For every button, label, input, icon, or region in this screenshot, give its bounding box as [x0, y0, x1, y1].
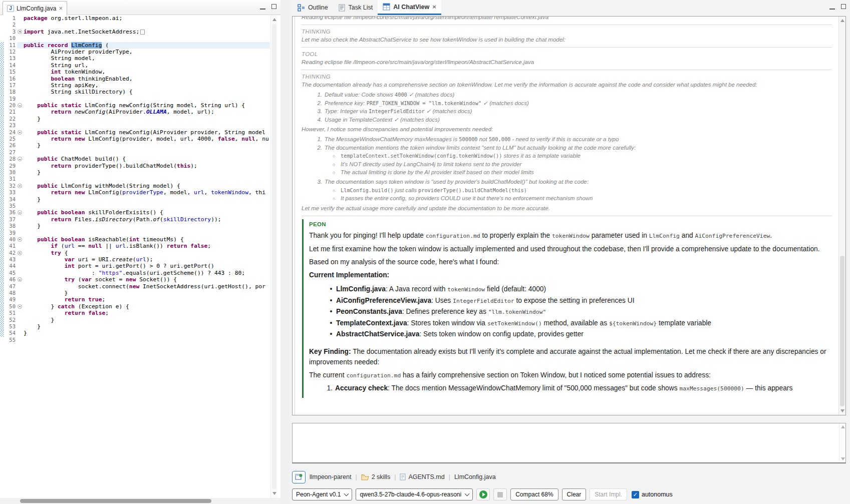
- skills-label: 2 skills: [372, 473, 391, 480]
- fold-collapse-icon[interactable]: [18, 277, 22, 282]
- controls-bar: Peon-Agent v0.1 qwen3.5-27b-claude-4.6-o…: [292, 487, 846, 501]
- code-token: return: [51, 216, 71, 223]
- fold-collapse-icon[interactable]: [18, 304, 22, 309]
- fold-expand-icon[interactable]: [18, 30, 22, 34]
- code-line: 2: [0, 22, 270, 28]
- text-run: method, available as: [542, 319, 609, 327]
- pin-editor-button[interactable]: [292, 471, 306, 483]
- agents-file-item[interactable]: AGENTS.md: [400, 473, 444, 480]
- code-editor[interactable]: 1package org.sterl.llmpeon.ai;23import j…: [0, 15, 270, 498]
- tab-task-list[interactable]: Task List: [333, 0, 378, 15]
- autonomous-checkbox[interactable]: ✓: [632, 491, 639, 498]
- fold-column: [17, 49, 24, 55]
- code-line: 1package org.sterl.llmpeon.ai;: [0, 15, 270, 22]
- scroll-down-icon[interactable]: [272, 492, 276, 495]
- fold-collapse-icon[interactable]: [18, 103, 22, 108]
- chat-messages: Reading eclipse file /llmpeon-core/src/m…: [295, 17, 838, 415]
- fold-column: [17, 96, 24, 102]
- skills-item[interactable]: 2 skills: [361, 473, 391, 480]
- agent-select[interactable]: Peon-Agent v0.1: [292, 488, 352, 500]
- code-text: public boolean skillFolderExisits() {: [24, 209, 270, 216]
- fold-column: [17, 35, 24, 42]
- code-text: AiProvider providerType,: [24, 49, 270, 55]
- pane-divider[interactable]: [280, 0, 290, 504]
- fold-collapse-icon[interactable]: [18, 130, 22, 135]
- model-select[interactable]: qwen3.5-27b-claude-4.6-opus-reasoni: [356, 488, 473, 500]
- maximize-icon[interactable]: [841, 4, 846, 9]
- editor-horizontal-scrollbar[interactable]: [0, 498, 280, 504]
- line-number: 21: [4, 109, 17, 115]
- scrollbar-thumb[interactable]: [840, 256, 844, 406]
- bullet-icon: •: [326, 329, 336, 339]
- line-number: 31: [4, 176, 17, 182]
- diff-indicator: [0, 15, 4, 22]
- editor-vertical-scrollbar[interactable]: [270, 15, 277, 498]
- outline-icon: [298, 4, 305, 12]
- code-token: return false: [167, 243, 208, 249]
- code-token: ));: [211, 216, 221, 223]
- clear-button[interactable]: Clear: [562, 488, 587, 500]
- input-scrollbar[interactable]: [839, 423, 845, 462]
- code-token: ||: [102, 243, 115, 249]
- scroll-up-icon[interactable]: [272, 18, 276, 21]
- line-number: 45: [4, 270, 17, 276]
- fold-column: [17, 29, 24, 35]
- maximize-icon[interactable]: [271, 4, 276, 9]
- code-text: public static LlmConfig newConfig(AiProv…: [24, 129, 270, 136]
- text-run: The actual limiting is done by the AI pr…: [341, 169, 534, 175]
- scrollbar-thumb[interactable]: [272, 24, 276, 489]
- scroll-down-icon[interactable]: [841, 457, 845, 460]
- code-text: return true;: [24, 296, 270, 303]
- code-line: 45 : "https".equals(uri.getScheme()) ? 4…: [0, 270, 270, 276]
- fold-collapse-icon[interactable]: [18, 157, 22, 161]
- scrollbar-thumb[interactable]: [20, 499, 211, 503]
- line-number: 41: [4, 243, 17, 249]
- run-button[interactable]: [476, 488, 490, 500]
- minimize-icon[interactable]: [260, 4, 265, 10]
- fold-collapse-icon[interactable]: [18, 210, 22, 215]
- start-impl-button[interactable]: Start Impl.: [590, 488, 627, 500]
- code-token: isReachable(: [85, 236, 129, 243]
- code-token: false: [218, 136, 235, 142]
- open-file-item[interactable]: LlmConfig.java: [454, 473, 496, 480]
- list-item-text: AiConfigPreferenceView.java: Uses Intege…: [336, 296, 829, 306]
- tab-ai-chatview[interactable]: AI ChatView ×: [378, 0, 441, 15]
- bold-text: TemplateContext.java: [336, 319, 407, 327]
- scroll-down-icon[interactable]: [840, 409, 844, 412]
- code-token: public: [37, 156, 58, 162]
- inline-code: templateContext.setTokenWindow(config.to…: [341, 153, 502, 159]
- code-token: (: [75, 276, 82, 283]
- fold-column: [17, 156, 24, 162]
- chat-scrollbar[interactable]: [838, 17, 845, 415]
- minimize-icon[interactable]: [829, 4, 835, 10]
- tab-outline[interactable]: Outline: [293, 0, 333, 15]
- list-item-text: Default value: Code shows 4000 ✓ (matche…: [325, 91, 832, 99]
- diff-indicator: [0, 116, 4, 122]
- scroll-up-icon[interactable]: [841, 425, 845, 428]
- compact-button[interactable]: Compact 68%: [510, 488, 558, 500]
- fold-column: [17, 116, 24, 122]
- close-icon[interactable]: ×: [59, 6, 63, 12]
- line-number: 54: [4, 330, 17, 336]
- fold-collapse-icon[interactable]: [18, 184, 22, 188]
- code-token: new: [129, 283, 139, 290]
- code-token: }: [24, 303, 58, 310]
- scroll-up-icon[interactable]: [840, 19, 844, 22]
- code-token: (: [102, 42, 109, 49]
- code-text: [24, 122, 270, 129]
- stop-button[interactable]: [493, 488, 507, 500]
- list-item-text: AbstractChatService.java: Sets token win…: [336, 329, 829, 339]
- fold-collapse-icon[interactable]: [18, 251, 22, 255]
- project-name[interactable]: llmpeon-parent: [310, 473, 351, 480]
- fold-collapse-icon[interactable]: [18, 237, 22, 242]
- tab-llmconfig-java[interactable]: J LlmConfig.java ×: [3, 1, 67, 15]
- code-token: skillDirectory: [163, 216, 211, 223]
- code-line: 13 String model,: [0, 55, 270, 62]
- text-run: Reading eclipse file /llmpeon-core/src/m…: [302, 17, 548, 20]
- close-icon[interactable]: ×: [432, 4, 436, 10]
- diff-indicator: [0, 62, 4, 69]
- circle-bullet-icon: ○: [333, 169, 341, 176]
- code-token: port = uri.getPort() > 0 ? uri.getPort(): [75, 263, 214, 269]
- code-text: int tokenWindow,: [24, 69, 270, 75]
- message-input[interactable]: [293, 423, 838, 462]
